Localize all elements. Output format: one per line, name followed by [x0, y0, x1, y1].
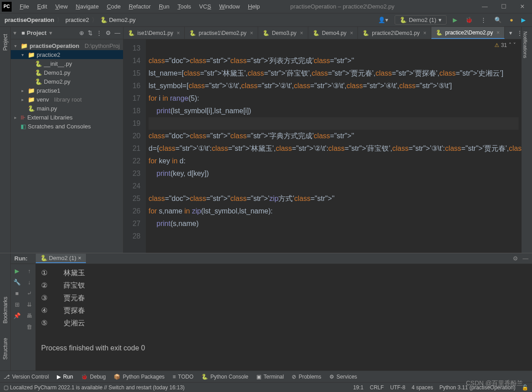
close-tab-icon[interactable]: ×	[423, 30, 426, 36]
menu-vcs[interactable]: VCS	[196, 1, 215, 12]
tree-external-libs[interactable]: ▸⊪External Libraries	[11, 113, 123, 122]
tree-file[interactable]: 🐍Demo2.py	[11, 77, 123, 86]
bottom-tab-services[interactable]: ⚙Services	[329, 374, 357, 380]
close-tab-icon[interactable]: ×	[177, 30, 180, 36]
bookmarks-tab[interactable]: Bookmarks	[1, 290, 9, 331]
expand-all-icon[interactable]: ⇅	[88, 30, 93, 36]
up-icon[interactable]: ↑	[28, 268, 31, 274]
code-editor[interactable]: 13141516171819202122232425262728 class="…	[123, 39, 521, 253]
chevron-down-icon[interactable]: ▾	[509, 30, 512, 36]
bottom-tab-terminal[interactable]: ▣Terminal	[256, 374, 284, 380]
close-tab-icon[interactable]: ×	[300, 30, 303, 36]
ide-settings-icon[interactable]: ●	[508, 16, 515, 24]
editor-tab[interactable]: 🐍practise1\Demo2.py×	[185, 27, 258, 39]
code-with-me-icon[interactable]: ▶	[519, 16, 528, 24]
bottom-tab-todo[interactable]: ≡TODO	[173, 374, 193, 380]
run-content: ▶ 🔧 ■ ⊞ 📌 ↑ ↓ ⤶ ⇊ 🖶 🗑 ①林黛玉②薛宝钗③贾元春④贾探春⑤史…	[11, 264, 532, 371]
scroll-icon[interactable]: ⇊	[27, 301, 32, 308]
minimize-icon[interactable]: —	[482, 3, 488, 10]
down-icon[interactable]: ˅	[513, 42, 516, 48]
tool-icon[interactable]: 🔧	[13, 279, 21, 285]
more-run-icon[interactable]: ⋮	[479, 16, 488, 24]
down-icon[interactable]: ↓	[28, 279, 31, 285]
lock-icon[interactable]: 🔓	[522, 384, 528, 391]
menu-view[interactable]: View	[51, 1, 71, 12]
caret-position[interactable]: 19:1	[353, 384, 363, 391]
editor-tab[interactable]: 🐍practice2\Demo1.py×	[358, 27, 431, 39]
tree-file[interactable]: 🐍Demo1.py	[11, 68, 123, 77]
tree-scratches[interactable]: ◧Scratches and Consoles	[11, 122, 123, 131]
breadcrumb-item[interactable]: practice2	[65, 17, 89, 23]
up-icon[interactable]: ˄	[509, 42, 511, 48]
hide-icon[interactable]: —	[523, 255, 528, 262]
menu-window[interactable]: Window	[216, 1, 243, 12]
close-tab-icon[interactable]: ×	[78, 255, 81, 261]
editor-tab[interactable]: 🐍Demo4.py×	[308, 27, 358, 39]
editor-area: 🐍ise1\Demo1.py×🐍practise1\Demo2.py×🐍Demo…	[123, 27, 521, 253]
rerun-icon[interactable]: ▶	[15, 268, 19, 274]
close-tab-icon[interactable]: ×	[250, 30, 253, 36]
menu-help[interactable]: Help	[244, 1, 264, 12]
line-separator[interactable]: CRLF	[370, 384, 384, 391]
debug-button[interactable]: 🐞	[464, 16, 474, 24]
close-icon[interactable]: ✕	[520, 3, 525, 10]
editor-tab[interactable]: 🐍ise1\Demo1.py×	[123, 27, 185, 39]
bottom-tab-debug[interactable]: 🐞Debug	[81, 374, 106, 380]
bottom-tab-python-packages[interactable]: 📦Python Packages	[114, 374, 164, 380]
layout-icon[interactable]: ⊞	[15, 301, 20, 308]
tree-file[interactable]: 🐍__init__.py	[11, 59, 123, 68]
bottom-tab-run[interactable]: ▶Run	[57, 374, 73, 380]
trash-icon[interactable]: 🗑	[26, 324, 32, 330]
run-configuration[interactable]: 🐍 Demo2 (1) ▾	[395, 15, 447, 25]
tree-folder-practise1[interactable]: ▸📁practise1	[11, 86, 123, 95]
tree-folder-practice2[interactable]: ▾📁practice2	[11, 50, 123, 59]
problems-indicator[interactable]: ⚠ 31 ˄ ˅	[494, 42, 516, 48]
tree-folder-venv[interactable]: ▸📁venv library root	[11, 95, 123, 104]
user-icon[interactable]: 👤▾	[376, 16, 390, 24]
project-tool-tab[interactable]: Project	[1, 27, 9, 58]
console-output[interactable]: ①林黛玉②薛宝钗③贾元春④贾探春⑤史湘云 Process finished wi…	[36, 264, 532, 371]
status-message[interactable]: Localized PyCharm 2022.1 is available //…	[10, 384, 184, 391]
breadcrumb-item[interactable]: 🐍 Demo2.py	[100, 17, 136, 23]
print-icon[interactable]: 🖶	[26, 312, 32, 319]
project-collapse-icon[interactable]: ▾	[13, 30, 19, 36]
locate-icon[interactable]: ⊕	[79, 30, 84, 36]
menu-edit[interactable]: Edit	[34, 1, 51, 12]
encoding[interactable]: UTF-8	[390, 384, 405, 391]
menu-tools[interactable]: Tools	[174, 1, 195, 12]
search-icon[interactable]: 🔍	[493, 16, 503, 24]
indent[interactable]: 4 spaces	[412, 384, 433, 391]
interpreter[interactable]: Python 3.11 (practiseOperation)	[439, 384, 515, 391]
menu-code[interactable]: Code	[103, 1, 124, 12]
bottom-tab-problems[interactable]: ⊘Problems	[292, 374, 321, 380]
stop-icon[interactable]: ■	[15, 290, 19, 297]
bottom-tab-python-console[interactable]: 🐍Python Console	[201, 374, 248, 380]
menu-refactor[interactable]: Refactor	[125, 1, 154, 12]
tree-file-main[interactable]: 🐍main.py	[11, 104, 123, 113]
collapse-icon[interactable]: ⋮	[96, 30, 102, 36]
wrap-icon[interactable]: ⤶	[27, 290, 32, 297]
editor-tab[interactable]: 🐍practice2\Demo2.py×	[431, 27, 505, 39]
notifications-tab[interactable]: Notifications	[522, 27, 529, 63]
code-body[interactable]: class="doc">class="str">''class="str">'列…	[146, 39, 521, 253]
close-tab-icon[interactable]: ×	[497, 30, 500, 36]
bottom-tab-version-control[interactable]: ⎇Version Control	[4, 374, 49, 380]
gear-icon[interactable]: ⚙	[106, 30, 111, 36]
pin-icon[interactable]: 📌	[13, 312, 21, 319]
run-tab[interactable]: 🐍 Demo2 (1) ×	[36, 254, 86, 263]
menu-run[interactable]: Run	[155, 1, 173, 12]
breadcrumb-item[interactable]: practiseOperation	[4, 17, 54, 23]
status-icon[interactable]: ▢	[4, 384, 9, 391]
editor-tab[interactable]: 🐍Demo3.py×	[258, 27, 308, 39]
maximize-icon[interactable]: ☐	[501, 3, 506, 10]
gear-icon[interactable]: ⚙	[513, 255, 518, 262]
menu-navigate[interactable]: Navigate	[72, 1, 102, 12]
run-button[interactable]: ▶	[451, 16, 459, 24]
close-tab-icon[interactable]: ×	[350, 30, 353, 36]
more-icon[interactable]: ⋮	[517, 30, 521, 36]
project-tree[interactable]: ▾📁practiseOperation D:\pythonProj ▾📁prac…	[11, 39, 123, 132]
hide-icon[interactable]: —	[115, 30, 120, 36]
menu-file[interactable]: File	[16, 1, 33, 12]
tree-root[interactable]: ▾📁practiseOperation D:\pythonProj	[11, 41, 123, 50]
structure-tab[interactable]: Structure	[1, 331, 9, 367]
